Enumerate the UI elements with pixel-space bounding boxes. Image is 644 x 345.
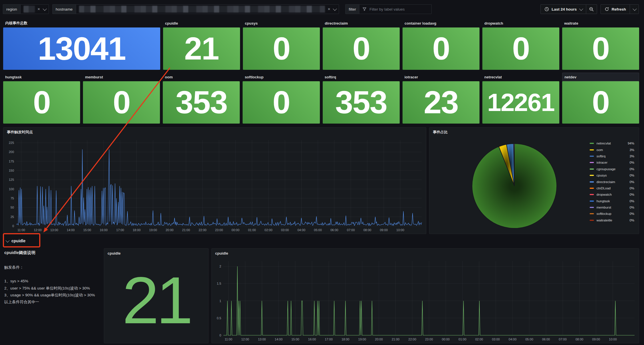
stat-panel-header-memburst[interactable]: memburst (83, 73, 160, 81)
region-variable: region ✕ (3, 4, 49, 14)
stat-panel-header-netdev[interactable]: netdev (562, 73, 639, 81)
svg-text:00:00: 00:00 (442, 338, 450, 341)
svg-text:16:00: 16:00 (100, 228, 108, 232)
legend-swatch (590, 156, 594, 157)
legend-item-directreclaim[interactable]: directreclaim0% (590, 179, 634, 185)
legend-name: ctnDLoad (597, 187, 611, 190)
stat-title: waitrate (564, 21, 578, 25)
stat-panel-header-hungtask[interactable]: hungtask (3, 73, 80, 81)
svg-text:19:00: 19:00 (358, 338, 366, 341)
svg-text:18:00: 18:00 (342, 338, 350, 341)
svg-text:225: 225 (9, 141, 14, 144)
svg-text:15:00: 15:00 (291, 338, 299, 341)
refresh-icon (605, 7, 609, 11)
text-panel-title: cpuidle阈值说明 (4, 250, 100, 255)
stat-body-netrecvlat: 12261 (482, 81, 559, 124)
legend-value: 0% (629, 199, 634, 203)
stat-panel-header-netrecvlat[interactable]: netrecvlat (482, 73, 559, 81)
stat-title: hungtask (5, 75, 22, 79)
time-range-picker[interactable]: Last 24 hours (540, 4, 586, 14)
svg-text:100: 100 (9, 187, 14, 191)
legend-value: 0% (629, 206, 634, 209)
zoom-out-time-button[interactable] (586, 4, 597, 14)
legend-swatch (590, 143, 594, 144)
legend-item-cpusys[interactable]: cpusys0% (590, 172, 634, 179)
row-toggle-cpuidle[interactable]: cpuidle (3, 235, 25, 247)
stat-body-container-loadavg: 0 (403, 27, 479, 70)
stat-panel-header-softlockup[interactable]: softlockup (243, 73, 320, 81)
legend-swatch (590, 213, 594, 214)
svg-text:08:00: 08:00 (363, 228, 371, 232)
stat-panel-header-softirq[interactable]: softirq (323, 73, 400, 81)
svg-text:11:00: 11:00 (225, 338, 232, 341)
stat-panel-iotracer: iotracer23 (403, 73, 479, 124)
panel-title[interactable]: 事件触发时间点 (3, 128, 426, 137)
legend-item-netrecvlat[interactable]: netrecvlat94% (590, 140, 634, 146)
stat-panel-header-iotracer[interactable]: iotracer (403, 73, 479, 81)
text-line: 1、sys > 45% (4, 278, 100, 285)
svg-text:0: 0 (12, 224, 14, 228)
chevron-down-icon[interactable] (5, 239, 9, 243)
stat-body-hungtask: 0 (3, 81, 80, 124)
stat-panel-cpusys: cpusys0 (243, 19, 320, 70)
panel-event-trigger-timeline: 事件触发时间点 025507510012515017520022511:0012… (3, 127, 426, 234)
chevron-down-icon[interactable] (43, 7, 47, 11)
region-value-select[interactable]: ✕ (20, 4, 49, 14)
stat-title: 内核事件总数 (5, 21, 27, 26)
panel-title[interactable]: cpuidle (212, 249, 639, 258)
refresh-button[interactable]: Refresh (601, 4, 630, 14)
clear-icon[interactable]: ✕ (37, 7, 40, 11)
stat-value: 0 (592, 33, 609, 64)
svg-text:07:00: 07:00 (559, 338, 567, 341)
legend-swatch (590, 175, 594, 176)
stat-row-1: 内核事件总数13041cpuidle21cpusys0directreclaim… (3, 19, 639, 70)
legend-value: 0% (629, 180, 634, 184)
stat-panel-kernel-events-total: 内核事件总数13041 (3, 19, 160, 70)
legend-item-softlockup[interactable]: softlockup0% (590, 211, 634, 217)
svg-text:20:00: 20:00 (375, 338, 383, 341)
stat-panel-header-kernel-events-total[interactable]: 内核事件总数 (3, 19, 160, 27)
svg-text:12:00: 12:00 (34, 228, 42, 232)
svg-text:17:00: 17:00 (116, 228, 124, 232)
stat-panel-header-dropwatch[interactable]: dropwatch (482, 19, 559, 27)
stat-panel-header-directreclaim[interactable]: directreclaim (323, 19, 400, 27)
legend-item-softirq[interactable]: softirq3% (590, 153, 634, 159)
stat-panel-header-container-loadavg[interactable]: container loadavg (403, 19, 479, 27)
stat-title: oom (165, 75, 173, 79)
legend-item-cgroupusage[interactable]: cgroupusage0% (590, 166, 634, 172)
svg-text:03:00: 03:00 (281, 228, 289, 232)
panel-title[interactable]: cpuidle (104, 249, 208, 258)
chevron-down-icon[interactable] (333, 7, 337, 11)
hostname-label: hostname (52, 4, 76, 14)
legend-item-hungtask[interactable]: hungtask0% (590, 198, 634, 204)
refresh-label: Refresh (612, 7, 626, 11)
hostname-value-select[interactable]: ✕ (76, 4, 339, 14)
svg-text:21:00: 21:00 (182, 228, 190, 232)
stat-panel-header-cpuidle[interactable]: cpuidle (163, 19, 240, 27)
cpuidle-chart[interactable]: 00.511.5211:0012:0013:0014:0015:0016:001… (212, 258, 639, 343)
legend-item-memburst[interactable]: memburst0% (590, 204, 634, 211)
refresh-interval-dropdown[interactable] (630, 4, 639, 14)
legend-item-ctnDLoad[interactable]: ctnDLoad0% (590, 185, 634, 191)
stat-title: netdev (564, 75, 576, 79)
legend-item-oom[interactable]: oom3% (590, 146, 634, 153)
row-label[interactable]: cpuidle (11, 239, 25, 243)
svg-text:15:00: 15:00 (83, 228, 91, 232)
legend-swatch (590, 149, 594, 150)
svg-text:06:00: 06:00 (542, 338, 550, 341)
stat-panel-header-oom[interactable]: oom (163, 73, 240, 81)
stat-panel-header-cpusys[interactable]: cpusys (243, 19, 320, 27)
svg-text:2: 2 (219, 265, 221, 268)
panel-title[interactable]: 事件占比 (429, 128, 639, 137)
legend-item-iotracer[interactable]: iotracer0% (590, 159, 634, 166)
filter-input[interactable]: Filter by label values (359, 4, 432, 14)
event-trigger-chart[interactable]: 025507510012515017520022511:0012:0013:00… (4, 137, 426, 233)
svg-text:03:00: 03:00 (492, 338, 500, 341)
legend-item-waitrateitle[interactable]: waitrateitle0% (590, 217, 634, 223)
clear-icon[interactable]: ✕ (328, 7, 330, 11)
legend-name: oom (597, 148, 603, 152)
chevron-down-icon (579, 7, 583, 11)
svg-text:13:00: 13:00 (258, 338, 266, 341)
legend-item-dropwatch[interactable]: dropwatch0% (590, 191, 634, 198)
stat-panel-header-waitrate[interactable]: waitrate (562, 19, 639, 27)
